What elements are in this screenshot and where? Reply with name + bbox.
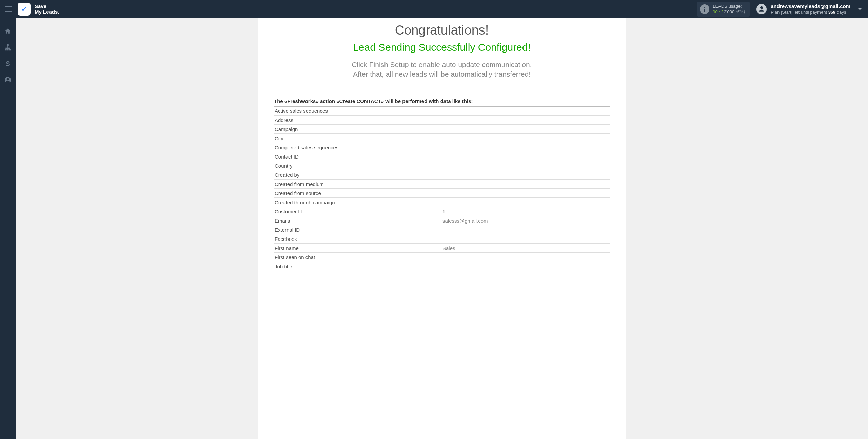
table-row: Facebook (274, 234, 610, 244)
field-value: 1 (442, 207, 610, 216)
svg-rect-3 (5, 49, 6, 50)
logo-line1: Save (35, 4, 59, 9)
svg-rect-4 (7, 49, 8, 50)
svg-point-7 (7, 78, 9, 80)
svg-point-0 (704, 7, 705, 8)
logo-mark[interactable] (18, 3, 31, 16)
field-label: Facebook (274, 234, 442, 244)
hamburger-icon (5, 6, 12, 12)
field-label: First name (274, 244, 442, 253)
user-icon (758, 6, 765, 13)
account-text: andrewsavemyleads@gmail.com Plan |Start|… (771, 3, 850, 15)
logo-line2: My Leads. (35, 9, 59, 15)
check-icon (20, 5, 28, 13)
field-label: Campaign (274, 125, 442, 134)
table-row: City (274, 134, 610, 143)
field-label: Emails (274, 216, 442, 225)
field-label: Job title (274, 262, 442, 271)
table-row: Completed sales sequences (274, 143, 610, 152)
table-row: Created by (274, 170, 610, 180)
table-row: Customer fit1 (274, 207, 610, 216)
field-value: Sales (442, 244, 610, 253)
logo-text: Save My Leads. (35, 4, 59, 15)
usage-label: LEADS usage: (713, 4, 745, 9)
table-row: Created from medium (274, 180, 610, 189)
svg-rect-5 (9, 49, 11, 50)
usage-total: 2'000 (724, 9, 734, 14)
svg-rect-2 (7, 44, 9, 46)
field-label: Customer fit (274, 207, 442, 216)
field-label: Address (274, 116, 442, 125)
field-value (442, 198, 610, 207)
sidebar-item-billing[interactable] (4, 60, 11, 67)
field-value (442, 253, 610, 262)
page-title: Congratulations! (258, 18, 626, 38)
usage-of: of (719, 9, 723, 14)
table-row: Created through campaign (274, 198, 610, 207)
field-value (442, 189, 610, 198)
field-label: Active sales sequences (274, 106, 442, 116)
table-row: External ID (274, 225, 610, 234)
user-circle-icon (4, 77, 11, 83)
field-value (442, 234, 610, 244)
field-label: Country (274, 161, 442, 170)
field-value (442, 180, 610, 189)
field-value (442, 116, 610, 125)
account-plan: Plan |Start| left until payment 369 days (771, 9, 850, 15)
field-value (442, 170, 610, 180)
table-row: Contact ID (274, 152, 610, 161)
field-label: Created from source (274, 189, 442, 198)
layout: Congratulations! Lead Sending Successful… (0, 18, 868, 439)
sidebar-item-home[interactable] (4, 28, 11, 35)
table-row: Created from source (274, 189, 610, 198)
account-menu-toggle[interactable] (857, 7, 863, 11)
table-row: Country (274, 161, 610, 170)
field-label: External ID (274, 225, 442, 234)
usage-badge[interactable]: LEADS usage: 90 of 2'000 (5%) (697, 2, 750, 17)
field-value (442, 152, 610, 161)
home-icon (4, 28, 11, 35)
field-label: Contact ID (274, 152, 442, 161)
table-row: Emailssalesss@gmail.com (274, 216, 610, 225)
field-value: salesss@gmail.com (442, 216, 610, 225)
usage-current: 90 (713, 9, 717, 14)
svg-rect-1 (704, 9, 705, 12)
usage-text: LEADS usage: 90 of 2'000 (5%) (713, 4, 745, 15)
dollar-icon (6, 60, 10, 67)
table-row: Job title (274, 262, 610, 271)
app-header: Save My Leads. LEADS usage: 90 of 2'000 … (0, 0, 868, 18)
field-value (442, 262, 610, 271)
field-label: First seen on chat (274, 253, 442, 262)
sidebar-item-profile[interactable] (4, 77, 11, 83)
table-row: First seen on chat (274, 253, 610, 262)
sidebar-item-integrations[interactable] (4, 44, 11, 51)
account-email: andrewsavemyleads@gmail.com (771, 3, 850, 10)
content-card: Congratulations! Lead Sending Successful… (258, 18, 626, 439)
field-value (442, 134, 610, 143)
table-row: Active sales sequences (274, 106, 610, 116)
menu-toggle-button[interactable] (5, 6, 12, 12)
field-value (442, 161, 610, 170)
field-label: Created from medium (274, 180, 442, 189)
instructions-line2: After that, all new leads will be automa… (258, 69, 626, 79)
usage-percent: (5%) (736, 9, 745, 14)
field-value (442, 143, 610, 152)
table-row: First nameSales (274, 244, 610, 253)
success-message: Lead Sending Successfully Configured! (258, 42, 626, 53)
info-icon (700, 4, 709, 14)
sidebar (0, 18, 16, 439)
field-value (442, 106, 610, 116)
sitemap-icon (4, 44, 11, 51)
action-heading: The «Freshworks» action «Create CONTACT»… (274, 98, 610, 104)
field-label: Created by (274, 170, 442, 180)
avatar (756, 4, 767, 14)
table-row: Campaign (274, 125, 610, 134)
instructions: Click Finish Setup to enable auto-update… (258, 60, 626, 79)
field-label: Completed sales sequences (274, 143, 442, 152)
account-block[interactable]: andrewsavemyleads@gmail.com Plan |Start|… (756, 3, 850, 15)
main-area: Congratulations! Lead Sending Successful… (16, 18, 868, 439)
field-value (442, 125, 610, 134)
field-value (442, 225, 610, 234)
field-preview-table: Active sales sequencesAddressCampaignCit… (274, 106, 610, 271)
chevron-down-icon (857, 7, 863, 11)
